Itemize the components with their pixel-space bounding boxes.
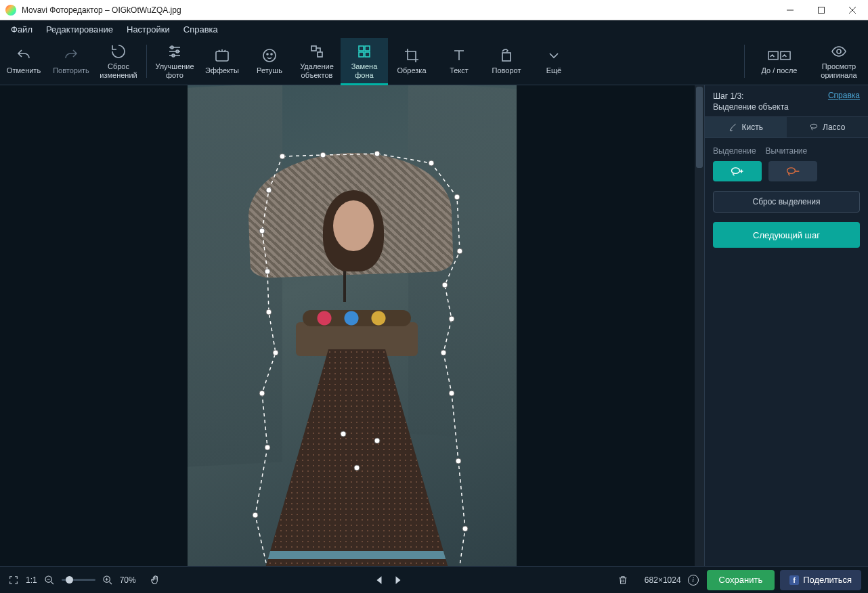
brush-icon bbox=[729, 123, 738, 132]
retouch-button[interactable]: Ретушь bbox=[246, 38, 293, 85]
lasso-minus-icon bbox=[785, 166, 800, 177]
reset-selection-button[interactable]: Сброс выделения bbox=[713, 191, 860, 213]
fullscreen-icon[interactable] bbox=[8, 575, 19, 586]
next-image-button[interactable] bbox=[393, 575, 403, 585]
save-button[interactable]: Сохранить bbox=[707, 570, 775, 590]
svg-rect-13 bbox=[359, 52, 364, 57]
svg-point-41 bbox=[810, 125, 817, 129]
selection-subtract-button[interactable] bbox=[768, 161, 817, 181]
object-remove-icon bbox=[309, 43, 325, 60]
hand-tool-icon[interactable] bbox=[150, 575, 160, 586]
rotate-button[interactable]: Поворот bbox=[483, 38, 530, 85]
svg-point-42 bbox=[732, 168, 740, 173]
eye-icon bbox=[831, 43, 847, 60]
undo-icon bbox=[16, 47, 32, 64]
help-link[interactable]: Справка bbox=[828, 91, 860, 100]
next-step-button[interactable]: Следующий шаг bbox=[713, 222, 860, 248]
app-title: Movavi Фоторедактор – OIGkOtWuZQA.jpg bbox=[22, 5, 181, 15]
label-select: Выделение bbox=[713, 146, 756, 156]
text-icon bbox=[451, 47, 467, 64]
svg-point-29 bbox=[462, 526, 468, 531]
zoom-slider[interactable] bbox=[62, 579, 95, 581]
step-indicator: Шаг 1/3:Выделение объекта bbox=[713, 91, 828, 112]
menu-edit[interactable]: Редактирование bbox=[39, 22, 120, 37]
canvas-area[interactable] bbox=[0, 85, 704, 566]
more-button[interactable]: Ещё bbox=[530, 38, 578, 85]
svg-point-7 bbox=[271, 53, 272, 55]
text-button[interactable]: Текст bbox=[435, 38, 483, 85]
sliders-icon bbox=[167, 43, 183, 60]
selection-add-button[interactable] bbox=[713, 161, 762, 181]
svg-point-17 bbox=[837, 49, 841, 53]
enhance-button[interactable]: Улучшение фото bbox=[151, 38, 198, 85]
crop-icon bbox=[404, 47, 420, 64]
app-logo-icon bbox=[5, 5, 16, 16]
effects-button[interactable]: Эффекты bbox=[198, 38, 246, 85]
tab-lasso[interactable]: Лассо bbox=[787, 117, 869, 137]
rotate-icon bbox=[498, 47, 515, 64]
svg-point-28 bbox=[456, 458, 461, 464]
photo-preview bbox=[188, 85, 517, 566]
lasso-icon bbox=[809, 123, 819, 132]
menu-file[interactable]: Файл bbox=[4, 22, 39, 37]
svg-point-6 bbox=[267, 53, 268, 55]
svg-rect-8 bbox=[311, 46, 316, 51]
before-after-button[interactable]: До / после bbox=[749, 38, 810, 85]
trash-icon[interactable] bbox=[617, 575, 628, 586]
svg-rect-10 bbox=[359, 46, 364, 51]
svg-rect-0 bbox=[819, 7, 825, 13]
window-close-button[interactable] bbox=[837, 0, 868, 20]
window-minimize-button[interactable] bbox=[775, 0, 806, 20]
svg-rect-14 bbox=[502, 53, 511, 61]
face-icon bbox=[261, 47, 278, 64]
menu-settings[interactable]: Настройки bbox=[120, 22, 177, 37]
svg-rect-4 bbox=[216, 51, 228, 61]
lasso-plus-icon bbox=[730, 166, 745, 177]
svg-rect-9 bbox=[318, 52, 322, 57]
scale-1to1-button[interactable]: 1:1 bbox=[26, 575, 37, 585]
crop-button[interactable]: Обрезка bbox=[388, 38, 435, 85]
image-dimensions: 682×1024 bbox=[645, 575, 681, 585]
redo-button[interactable]: Повторить bbox=[47, 38, 95, 85]
background-swap-button[interactable]: Замена фона bbox=[341, 38, 388, 85]
redo-icon bbox=[63, 47, 79, 64]
status-bar: 1:1 70% 682×1024 i Сохранить f Поделитьс… bbox=[0, 566, 868, 593]
compare-icon bbox=[768, 47, 791, 64]
object-removal-button[interactable]: Удаление объектов bbox=[293, 38, 341, 85]
tab-brush[interactable]: Кисть bbox=[705, 117, 787, 137]
zoom-out-icon[interactable] bbox=[44, 575, 55, 586]
side-panel: Шаг 1/3:Выделение объекта Справка Кисть … bbox=[704, 85, 868, 566]
window-titlebar: Movavi Фоторедактор – OIGkOtWuZQA.jpg bbox=[0, 0, 868, 20]
vertical-scrollbar[interactable] bbox=[695, 85, 704, 566]
info-icon[interactable]: i bbox=[688, 575, 699, 586]
svg-point-5 bbox=[263, 49, 276, 62]
chevron-down-icon bbox=[546, 47, 562, 64]
svg-rect-11 bbox=[365, 52, 370, 57]
svg-point-37 bbox=[253, 512, 258, 518]
menu-help[interactable]: Справка bbox=[177, 22, 225, 37]
zoom-in-icon[interactable] bbox=[102, 575, 113, 586]
effects-icon bbox=[214, 47, 230, 64]
menu-bar: Файл Редактирование Настройки Справка bbox=[0, 20, 868, 38]
facebook-icon: f bbox=[789, 575, 799, 585]
share-button[interactable]: f Поделиться bbox=[780, 570, 861, 590]
svg-rect-12 bbox=[365, 46, 370, 51]
zoom-value: 70% bbox=[120, 575, 136, 585]
view-original-button[interactable]: Просмотр оригинала bbox=[810, 38, 868, 85]
reset-button[interactable]: Сброс изменений bbox=[95, 38, 142, 85]
background-icon bbox=[356, 43, 372, 60]
label-subtract: Вычитание bbox=[766, 146, 808, 156]
main-toolbar: Отменить Повторить Сброс изменений Улучш… bbox=[0, 38, 868, 85]
prev-image-button[interactable] bbox=[374, 575, 384, 585]
window-maximize-button[interactable] bbox=[806, 0, 837, 20]
svg-point-43 bbox=[787, 168, 796, 173]
reset-icon bbox=[110, 43, 127, 60]
undo-button[interactable]: Отменить bbox=[0, 38, 47, 85]
